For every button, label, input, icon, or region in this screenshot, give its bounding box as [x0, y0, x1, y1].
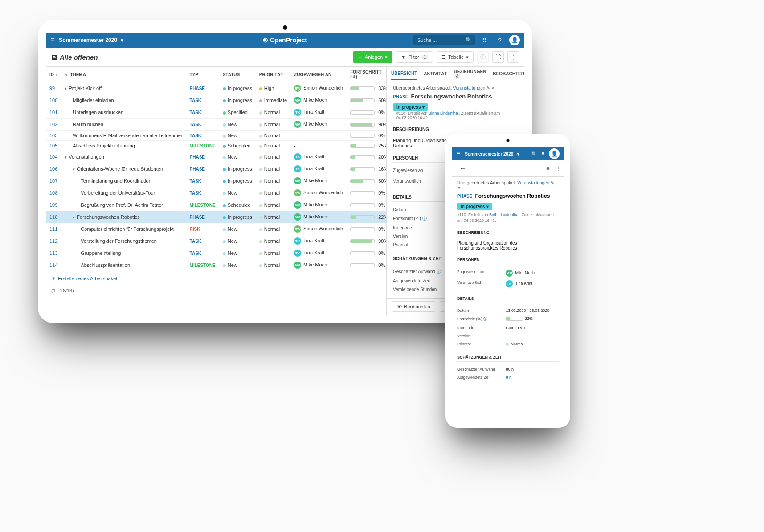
modules-icon[interactable]: ⠿ — [541, 151, 544, 156]
wp-priority[interactable]: Normal — [256, 119, 290, 131]
col-priority[interactable]: PRIORITÄT — [256, 67, 290, 82]
wp-priority[interactable]: Normal — [256, 141, 290, 151]
col-status[interactable]: STATUS — [219, 67, 256, 82]
wp-priority[interactable]: Normal — [256, 235, 290, 247]
caret-icon[interactable] — [65, 86, 69, 91]
wp-subject[interactable]: Projekt-Kick off — [65, 86, 182, 91]
wp-assignee[interactable]: - — [290, 131, 347, 141]
wp-status[interactable]: In progress — [219, 175, 256, 187]
save-icon[interactable] — [51, 53, 57, 61]
table-row[interactable]: 102Raum buchenTASKNewNormalMMMike Moch90… — [46, 119, 386, 131]
table-row[interactable]: 101Unterlagen ausdruckenTASKSpecifiedNor… — [46, 106, 386, 119]
wp-assignee[interactable]: MMMike Moch — [290, 94, 347, 106]
wp-subject[interactable]: Abschluss Projekteinführung — [65, 143, 182, 148]
edit-icon[interactable]: ✎ — [551, 180, 554, 185]
wp-priority[interactable]: Normal — [256, 131, 290, 141]
wp-status[interactable]: In progress — [219, 163, 256, 175]
wp-status[interactable]: New — [219, 131, 256, 141]
eye-icon[interactable]: 👁 — [546, 166, 551, 171]
info-icon[interactable]: ⓘ — [477, 51, 489, 63]
table-row[interactable]: 100Mitglieder einladenTASKIn progressImm… — [46, 94, 386, 106]
search-input-wrap[interactable]: 🔍 — [413, 35, 475, 45]
filter-button[interactable]: ▼Filter1 — [396, 51, 433, 63]
wp-id[interactable]: 101 — [49, 110, 57, 115]
table-row[interactable]: 108Vorbereitung der Universitäts-TourTAS… — [46, 187, 386, 199]
table-row[interactable]: 109Begrüßung von Prof. Dr. Achim TesterM… — [46, 199, 386, 211]
author-link[interactable]: Birthe Lindenthal — [489, 213, 519, 217]
wp-status[interactable]: New — [219, 247, 256, 259]
assignee-value[interactable]: MMMike Moch — [506, 270, 559, 277]
table-row[interactable]: 104VeranstaltungenPHASENewNormalTKTina K… — [46, 151, 386, 163]
wp-status[interactable]: In progress — [219, 94, 256, 106]
view-mode-button[interactable]: ☰Tabelle ▾ — [437, 51, 474, 63]
category-value[interactable]: Category 1 — [506, 326, 559, 330]
wp-status[interactable]: New — [219, 119, 256, 131]
priority-value[interactable]: Normal — [506, 342, 559, 346]
table-row[interactable]: 113GruppeneinteilungTASKNewNormalTKTina … — [46, 247, 386, 259]
project-selector[interactable]: Sommersemester 2020▼ — [465, 151, 520, 156]
wp-priority[interactable]: High — [256, 82, 290, 94]
wp-progress[interactable]: 0% — [347, 223, 386, 235]
wp-assignee[interactable]: TKTina Kraft — [290, 163, 347, 175]
brand-logo[interactable]: ⎋OpenProject — [263, 36, 307, 44]
table-row[interactable]: 114AbschlusspräsentationMILESTONENewNorm… — [46, 259, 386, 271]
search-icon[interactable]: 🔍 — [465, 37, 472, 43]
project-selector[interactable]: Sommersemester 2020▼ — [59, 37, 124, 43]
wp-subject[interactable]: Vorstellung der Forschungsthemen — [65, 238, 182, 244]
hamburger-icon[interactable] — [456, 150, 465, 158]
table-row[interactable]: 99Projekt-Kick offPHASEIn progressHighSW… — [46, 82, 386, 94]
wp-progress[interactable]: 0% — [347, 199, 386, 211]
wp-id[interactable]: 99 — [49, 86, 55, 91]
help-icon[interactable]: ? — [494, 34, 506, 46]
wp-subject[interactable]: Willkommens E-Mail versenden an alle Tei… — [65, 133, 182, 138]
help-icon[interactable]: ⓘ — [483, 317, 487, 321]
wp-title[interactable]: PHASEForschungswochen Robotics — [393, 93, 518, 100]
more-icon[interactable]: ⋮ — [507, 51, 519, 63]
wp-subject[interactable]: Orientations-Woche für neue Studenten — [65, 166, 182, 172]
tab-overview[interactable]: ÜBERSICHT — [391, 67, 417, 80]
col-id[interactable]: ID ↑ — [46, 67, 61, 82]
wp-id[interactable]: 100 — [49, 98, 57, 103]
wp-subject[interactable]: Abschlusspräsentation — [65, 262, 182, 268]
wp-subject[interactable]: Computer einrichten für Forschungsprojek… — [65, 226, 182, 232]
table-row[interactable]: 106Orientations-Woche für neue Studenten… — [46, 163, 386, 175]
watch-button[interactable]: 👁Beobachten — [392, 301, 435, 312]
wp-subject[interactable]: Terminplanung und Koordination — [65, 178, 182, 184]
wp-status[interactable]: New — [219, 235, 256, 247]
col-subject[interactable]: ⤷THEMA — [61, 67, 186, 82]
table-row[interactable]: 110Forschungswochen RoboticsPHASEIn prog… — [46, 211, 386, 223]
edit-icon[interactable]: ✎ — [486, 86, 490, 90]
wp-title[interactable]: PHASEForschungswochen Robotics — [457, 193, 559, 199]
wp-progress[interactable]: 0% — [347, 247, 386, 259]
wp-assignee[interactable]: TKTina Kraft — [290, 235, 347, 247]
wp-assignee[interactable]: MMMike Moch — [290, 199, 347, 211]
wp-subject[interactable]: Forschungswochen Robotics — [65, 214, 182, 220]
wp-assignee[interactable]: MMMike Moch — [290, 119, 347, 131]
wp-priority[interactable]: Normal — [256, 259, 290, 271]
wp-subject[interactable]: Unterlagen ausdrucken — [65, 110, 182, 115]
more-icon[interactable]: ⋮ — [556, 166, 560, 171]
search-input[interactable] — [417, 37, 465, 43]
wp-progress[interactable]: 90% — [347, 119, 386, 131]
wp-priority[interactable]: Normal — [256, 223, 290, 235]
wp-progress[interactable]: 33% — [347, 82, 386, 94]
date-value[interactable]: 13.03.2020 - 25.03.2020 — [506, 308, 559, 313]
wp-id[interactable]: 111 — [49, 226, 57, 232]
wp-progress[interactable]: 0% — [347, 259, 386, 271]
progress-value[interactable]: 22% — [506, 316, 559, 322]
wp-progress[interactable]: 50% — [347, 175, 386, 187]
tab-activity[interactable]: AKTIVITÄT — [424, 68, 447, 80]
caret-icon[interactable] — [73, 214, 77, 220]
table-row[interactable]: 112Vorstellung der ForschungsthemenTASKN… — [46, 235, 386, 247]
wp-status[interactable]: In progress — [219, 82, 256, 94]
wp-assignee[interactable]: MMMike Moch — [290, 211, 347, 223]
hamburger-icon[interactable] — [50, 36, 59, 44]
wp-assignee[interactable]: MMMike Moch — [290, 259, 347, 271]
search-icon[interactable]: 🔍 — [531, 151, 537, 156]
wp-id[interactable]: 107 — [49, 178, 57, 184]
wp-priority[interactable]: Normal — [256, 211, 290, 223]
wp-progress[interactable]: 22% — [347, 211, 386, 223]
wp-status[interactable]: New — [219, 223, 256, 235]
wp-progress[interactable]: 20% — [347, 151, 386, 163]
parent-link[interactable]: Veranstaltungen — [453, 86, 485, 90]
